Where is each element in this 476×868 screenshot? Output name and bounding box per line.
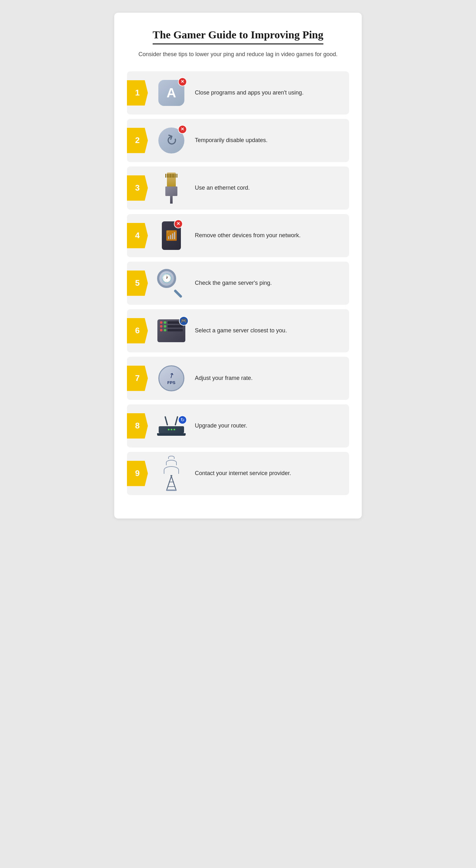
tip-icon-1: A ✕ xyxy=(155,77,187,109)
router-body xyxy=(159,426,184,433)
tip-text-1: Close programs and apps you aren't using… xyxy=(195,89,304,97)
arrows-icon: ↻ xyxy=(163,131,180,150)
update-icon: ↻ ✕ xyxy=(158,127,184,154)
step-badge-3: 3 xyxy=(127,175,148,201)
close-badge: ✕ xyxy=(178,125,187,134)
step-badge-6: 6 xyxy=(127,318,148,343)
phone-icon: 📶 ✕ xyxy=(162,221,181,250)
letter-a: A xyxy=(167,85,176,100)
tip-item: 6 xyxy=(127,309,349,352)
tip-text-6: Select a game server closest to you. xyxy=(195,327,287,335)
svg-rect-0 xyxy=(170,475,172,476)
step-badge-9: 9 xyxy=(127,461,148,486)
ethernet-body xyxy=(165,186,177,196)
tip-icon-7: ↗ FPS xyxy=(155,363,187,394)
cell-tower-icon xyxy=(163,456,179,491)
step-badge-4: 4 xyxy=(127,223,148,248)
ethernet-cable xyxy=(170,196,173,204)
tip-item: 1 A ✕ Close programs and apps you aren't… xyxy=(127,71,349,115)
close-badge: ✕ xyxy=(174,219,183,228)
step-badge-2: 2 xyxy=(127,128,148,153)
tip-icon-4: 📶 ✕ xyxy=(155,220,187,251)
main-card: The Gamer Guide to Improving Ping Consid… xyxy=(114,13,362,519)
ethernet-icon xyxy=(165,173,177,204)
magnifier-ring xyxy=(158,270,176,287)
svg-line-2 xyxy=(171,476,176,491)
tip-icon-2: ↻ ✕ xyxy=(155,125,187,156)
step-badge-8: 8 xyxy=(127,413,148,439)
svg-rect-5 xyxy=(167,490,176,491)
tip-item: 3 xyxy=(127,166,349,210)
tip-item: 9 xyxy=(127,452,349,495)
ethernet-pins xyxy=(165,174,177,178)
tower-svg xyxy=(163,475,179,491)
router-base xyxy=(157,433,186,436)
wifi-icon: 📶 xyxy=(166,230,177,241)
close-badge: ✕ xyxy=(178,78,187,86)
page-title: The Gamer Guide to Improving Ping xyxy=(153,29,323,44)
refresh-badge: ↻ xyxy=(178,415,187,424)
fps-gauge-icon: ↗ FPS xyxy=(158,365,184,391)
tip-icon-8: ↻ xyxy=(155,410,187,442)
gamepad-badge: 🎮 xyxy=(179,316,188,326)
tip-item: 2 ↻ ✕ Temporarily disable updates. xyxy=(127,119,349,162)
svg-line-1 xyxy=(167,476,171,491)
router-icon: ↻ xyxy=(157,416,186,436)
tip-text-7: Adjust your frame rate. xyxy=(195,374,252,382)
fps-needle: ↗ xyxy=(167,371,176,381)
fps-label: FPS xyxy=(167,380,175,385)
step-badge-1: 1 xyxy=(127,80,148,105)
step-badge-7: 7 xyxy=(127,366,148,391)
magnifier-handle xyxy=(174,289,182,298)
tip-text-2: Temporarily disable updates. xyxy=(195,136,268,144)
tip-icon-3 xyxy=(155,172,187,204)
tip-item: 8 ↻ Upgrade your router. xyxy=(127,404,349,447)
router-antennas xyxy=(166,416,177,426)
tip-icon-9 xyxy=(155,458,187,489)
tip-list: 1 A ✕ Close programs and apps you aren't… xyxy=(127,71,349,499)
tip-item: 5 🕐 Check the game server's ping. xyxy=(127,261,349,305)
tip-icon-6: 🎮 xyxy=(155,315,187,347)
tip-item: 4 📶 ✕ Remove other devices from your net… xyxy=(127,214,349,257)
tip-text-5: Check the game server's ping. xyxy=(195,279,272,287)
tip-item: 7 ↗ FPS Adjust your frame rate. xyxy=(127,357,349,400)
search-clock-icon: 🕐 xyxy=(157,269,186,298)
server-icon: 🎮 xyxy=(157,319,185,342)
app-icon: A ✕ xyxy=(158,80,184,106)
tip-text-4: Remove other devices from your network. xyxy=(195,231,300,240)
step-badge-5: 5 xyxy=(127,271,148,296)
ethernet-connector xyxy=(167,173,176,186)
tip-text-8: Upgrade your router. xyxy=(195,422,247,430)
tip-text-9: Contact your internet service provider. xyxy=(195,469,291,477)
page-header: The Gamer Guide to Improving Ping Consid… xyxy=(127,29,349,59)
signal-arcs xyxy=(164,456,179,474)
tip-text-3: Use an ethernet cord. xyxy=(195,184,250,192)
page-subtitle: Consider these tips to lower your ping a… xyxy=(127,50,349,59)
tip-icon-5: 🕐 xyxy=(155,267,187,299)
